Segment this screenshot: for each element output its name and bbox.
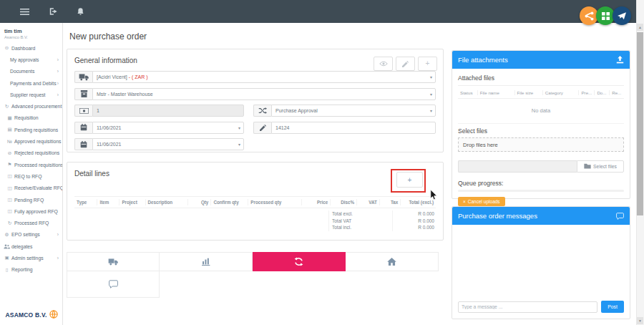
chevron-right-icon: › [57,92,62,97]
sidebar-item-advanced-procurement[interactable]: ↻Advanced procurement∨ [0,100,62,112]
approval-route-field[interactable]: Purchase Approval ▾ [253,105,436,117]
no-data-text: No data [458,99,624,123]
requisition-icon: ▦ [6,115,13,121]
chevron-right-icon: › [57,232,62,237]
user-name: tim tim [4,28,59,34]
add-button[interactable]: + [418,57,437,71]
user-company: Asamco B.V. [4,35,59,39]
post-button[interactable]: Post [601,301,624,313]
caret-down-icon: ▾ [238,125,240,130]
sidebar-item-label: Processed requisitions [14,162,62,168]
select-files-label: Select files [458,123,624,135]
sidebar-item-label: Payments and Debits [10,81,57,86]
sidebar-item-documents[interactable]: Documents› [0,66,62,77]
sidebar-item-pending-requisitions[interactable]: ▤Pending requisitions [0,124,62,135]
sidebar: tim tim Asamco B.V. ⊙DashboardMy approva… [0,23,63,325]
sidebar-item-supplier-request[interactable]: Supplier request› [0,89,62,100]
supplier-field[interactable]: [Acidri Vicent] - ( ZAR ) ▾ [74,71,436,83]
sidebar-item-reporting[interactable]: ▯Reporting [0,264,62,276]
sidebar-item-approved-requisitions[interactable]: №Approved requisitions [0,135,62,147]
sidebar-item-label: Requisition [14,115,39,120]
detail-column-header: Total (excl.) [400,199,436,205]
detail-lines-title: Detail lines [74,170,436,178]
detail-column-header: VAT [356,199,379,205]
pencil-icon [402,61,409,67]
footer-actions [67,252,439,298]
sidebar-item-req-to-rfq[interactable]: ◫REQ to RFQ [0,170,62,182]
sidebar-item-fully-approved-rfq[interactable]: ◫Fully approved RFQ [0,205,62,217]
sidebar-item-label: Dashboard [11,46,35,51]
report-icon: ▯ [4,267,10,273]
order-date-field[interactable]: 11/06/2021 ▾ [74,122,244,134]
supplier-action[interactable] [67,252,160,271]
detail-column-header: Item [97,199,119,205]
attachment-column-header: File size [514,90,542,95]
sidebar-item-my-approvals[interactable]: My approvals› [0,54,62,65]
view-button[interactable] [374,57,393,71]
floating-action-buttons [580,6,637,26]
detail-table-header: TypeItemProjectDescriptionQtyConfirm qty… [74,196,436,208]
total-label: Total VAT [328,218,392,225]
sidebar-item-requisition[interactable]: ▦Requisition [0,112,62,124]
chart-icon [202,258,210,266]
box-icon [74,88,92,100]
sidebar-item-dashboard[interactable]: ⊙Dashboard [0,42,62,54]
add-detail-line-button[interactable]: + [396,172,423,188]
sidebar-item-processed-rfq[interactable]: ↻Processed RFQ [0,217,62,228]
sidebar-item-label: Advanced procurement [11,104,62,109]
total-row: Total VATR 0.000 [328,218,436,225]
bell-icon[interactable] [77,8,84,16]
sidebar-item-label: Documents [10,69,34,74]
right-panel: File attachments Attached files StatusFi… [452,50,630,319]
main-content: New purchase order General information +… [67,23,444,298]
sidebar-item-label: Pending RFQ [14,198,44,203]
list-action[interactable] [160,252,253,271]
sidebar-item-rejected-requisitions[interactable]: ⊘Rejected requisitions [0,147,62,159]
detail-column-header: Project [119,199,145,205]
messages-title: Purchase order messages [458,212,537,220]
home-action[interactable] [346,252,439,271]
sidebar-item-label: Processed RFQ [14,220,49,225]
supplier-value: [Acidri Vicent] [97,74,127,79]
close-icon: × [463,199,466,204]
upload-icon[interactable] [616,56,624,64]
cancel-uploads-button[interactable]: × Cancel uploads [458,197,505,206]
send-fab[interactable] [613,6,631,25]
sidebar-item-delegates[interactable]: delegates [0,241,62,252]
dashboard-icon: ⊙ [4,45,10,51]
warehouse-field[interactable]: Mstr - Master Warehouse ▾ [74,88,436,100]
file-name-input[interactable] [458,160,577,173]
scroll-up-button[interactable]: ▲ [637,24,643,31]
scroll-down-button[interactable]: ▼ [637,317,643,324]
sitemap-icon: ◫ [6,185,13,191]
menu-icon[interactable] [20,9,29,15]
delivery-date-field[interactable]: 11/06/2021 ▾ [74,138,244,150]
refresh-action[interactable] [253,252,346,271]
total-value: R 0.000 [392,218,436,225]
edit-button[interactable] [396,57,415,71]
scrollbar-thumb[interactable] [637,32,643,215]
sidebar-item-receive-evaluate-rfq[interactable]: ◫Receive/Evaluate RFQ [0,183,62,194]
caret-down-icon: ▾ [238,142,240,147]
detail-column-header: Description [145,199,187,205]
shuffle-icon [253,105,271,117]
sidebar-item-label: My approvals [10,57,39,62]
chevron-right-icon: › [57,69,62,74]
sidebar-item-epo-settings[interactable]: ⚙EPO settings› [0,229,62,241]
sidebar-item-pending-rfq[interactable]: ◫Pending RFQ [0,194,62,205]
history-icon: ↻ [6,220,13,226]
attached-files-title: Attached files [458,73,624,86]
sidebar-item-processed-requisitions[interactable]: ⚑Processed requisitions [0,159,62,170]
messages-action[interactable] [67,271,160,298]
select-files-button[interactable]: Select files [577,160,624,173]
sidebar-item-admin-settings[interactable]: ▣Admin settings› [0,252,62,263]
drop-files-zone[interactable]: Drop files here [458,137,624,152]
sidebar-item-payments-and-debits[interactable]: Payments and Debits› [0,77,62,89]
caret-down-icon: ▾ [430,92,432,97]
message-input[interactable] [458,301,597,313]
apps-icon [602,12,610,20]
warehouse-value: Mstr - Master Warehouse [97,92,153,97]
logout-icon[interactable] [49,8,57,15]
reference-field[interactable]: 14124 [253,122,436,134]
sidebar-item-label: REQ to RFQ [14,174,42,179]
